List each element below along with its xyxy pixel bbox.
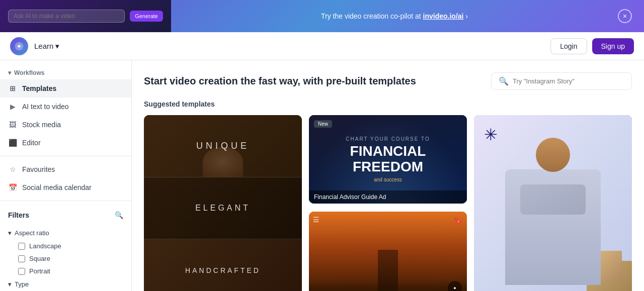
template-card-financial[interactable]: CHART YOUR COURSE TO FINANCIAL FREEDOM a… [309, 115, 467, 204]
chevron-down-icon: ▾ [55, 42, 59, 51]
login-button[interactable]: Login [550, 38, 587, 54]
template-card-jewelry[interactable]: UNIQUE ELEGANT HANDCRAFTED [144, 115, 302, 291]
filter-landscape[interactable]: Landscape [0, 240, 131, 252]
logo [10, 37, 28, 55]
chevron-down-icon: ▾ [8, 229, 12, 237]
financial-card-label: Financial Advisor Guide Ad [309, 190, 467, 204]
filter-square[interactable]: Square [0, 252, 131, 265]
navbar-right: Login Sign up [550, 38, 634, 54]
jewelry-text-elegant: ELEGANT [195, 204, 251, 213]
new-badge: New [314, 120, 332, 128]
top-banner: Generate Try the video creation co-pilot… [0, 0, 644, 32]
page-title: Start video creation the fast way, with … [144, 75, 416, 87]
banner-arrow-icon: › [465, 12, 468, 20]
sidebar-item-stock-media[interactable]: 🖼 Stock media [0, 116, 131, 134]
type-header[interactable]: ▾ Type [0, 277, 131, 291]
navbar-left: Learn ▾ [10, 37, 59, 55]
financial-footer: and success [319, 177, 457, 182]
filter-search-icon[interactable]: 🔍 [115, 211, 123, 219]
square-checkbox[interactable] [18, 255, 25, 262]
financial-subtitle: CHART YOUR COURSE TO [319, 136, 457, 142]
signup-button[interactable]: Sign up [592, 38, 634, 54]
content-header: Start video creation the fast way, with … [144, 72, 632, 90]
learn-button[interactable]: Learn ▾ [34, 42, 59, 51]
search-input[interactable] [513, 77, 624, 85]
filters-header: Filters 🔍 [8, 211, 123, 219]
financial-title: FINANCIAL FREEDOM [319, 144, 457, 175]
snowflake-decoration: ✳ [484, 125, 498, 144]
portrait-checkbox[interactable] [18, 268, 25, 275]
sidebar-item-favourites[interactable]: ☆ Favourites [0, 160, 131, 178]
sidebar-divider [0, 156, 131, 156]
templates-grid: UNIQUE ELEGANT HANDCRAFTED CHART YOU [144, 115, 632, 291]
banner-generate-button[interactable]: Generate [130, 11, 163, 22]
pagination-indicator: ● [448, 281, 462, 291]
workflows-header[interactable]: ▾ Workflows [0, 66, 131, 79]
banner-promo-link[interactable]: invideo.io/ai [423, 12, 464, 20]
filter-portrait[interactable]: Portrait [0, 265, 131, 277]
sidebar-item-social-calendar[interactable]: 📅 Social media calendar [0, 178, 131, 197]
sidebar: ▾ Workflows ⊞ Templates ▶ AI text to vid… [0, 60, 132, 291]
aspect-ratio-header[interactable]: ▾ Aspect ratio [0, 226, 131, 240]
banner-close-button[interactable]: × [618, 9, 632, 23]
chevron-down-icon: ▾ [8, 280, 12, 288]
templates-icon: ⊞ [8, 84, 17, 93]
favourites-icon: ☆ [8, 165, 17, 174]
jewelry-text-unique: UNIQUE [196, 141, 250, 151]
ai-text-icon: ▶ [8, 102, 17, 111]
navbar: Learn ▾ Login Sign up [0, 32, 644, 60]
calendar-icon: 📅 [8, 183, 17, 192]
field-bookmark-icon: 🔖 [453, 216, 463, 225]
filters-section: Filters 🔍 [0, 205, 131, 226]
banner-ask-input[interactable] [8, 10, 125, 23]
sidebar-item-templates[interactable]: ⊞ Templates [0, 79, 131, 98]
landscape-checkbox[interactable] [18, 243, 25, 250]
sidebar-divider-2 [0, 201, 131, 201]
template-card-person[interactable]: ✳ [474, 115, 632, 291]
search-icon: 🔍 [499, 76, 509, 86]
sidebar-item-ai-text-to-video[interactable]: ▶ AI text to video [0, 98, 131, 116]
field-menu-icon: ☰ [313, 216, 319, 224]
stock-media-icon: 🖼 [8, 120, 17, 129]
content-area: Start video creation the fast way, with … [132, 60, 644, 291]
template-card-field[interactable]: ☰ 🔖 ● [309, 212, 467, 291]
editor-icon: ⬛ [8, 138, 17, 147]
chevron-down-icon: ▾ [8, 69, 11, 76]
jewelry-text-handcrafted: HANDCRAFTED [185, 266, 261, 274]
main-layout: ▾ Workflows ⊞ Templates ▶ AI text to vid… [0, 60, 644, 291]
search-bar[interactable]: 🔍 [491, 72, 632, 90]
suggested-templates-label: Suggested templates [144, 100, 632, 108]
sidebar-item-editor[interactable]: ⬛ Editor [0, 134, 131, 152]
banner-preview: Generate [0, 0, 171, 32]
banner-promo-text: Try the video creation co-pilot at invid… [171, 12, 618, 20]
